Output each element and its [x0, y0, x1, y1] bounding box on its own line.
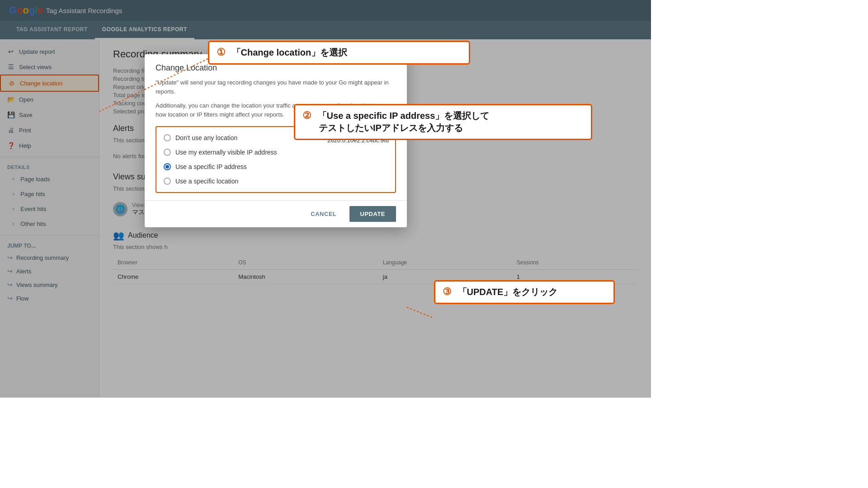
annotation-3: ③ 「UPDATE」をクリック: [434, 280, 615, 304]
annotation-2-text2: テストしたいIPアドレスを入力する: [302, 122, 584, 134]
dialog-desc1: "Update" will send your tag recording ch…: [156, 78, 396, 96]
cancel-button[interactable]: CANCEL: [305, 207, 342, 221]
dialog-footer: CANCEL UPDATE: [145, 200, 407, 227]
radio-specific-ip[interactable]: [164, 163, 171, 170]
update-button[interactable]: UPDATE: [349, 206, 396, 222]
radio-no-location[interactable]: [164, 134, 171, 141]
annotation-2-text: ② 「Use a specific IP address」を選択して: [302, 110, 584, 122]
change-location-dialog: Change Location "Update" will send your …: [145, 54, 407, 227]
annotation-3-text: ③ 「UPDATE」をクリック: [443, 286, 606, 298]
radio-visible-ip[interactable]: [164, 149, 171, 156]
radio-specific-location[interactable]: [164, 178, 171, 185]
option-specific-ip[interactable]: Use a specific IP address: [156, 160, 395, 174]
annotation-2: ② 「Use a specific IP address」を選択して テストした…: [294, 104, 592, 140]
option-specific-location[interactable]: Use a specific location: [156, 174, 395, 188]
annotation-1-text: ① 「Change location」を選択: [217, 47, 462, 59]
option-visible-ip[interactable]: Use my externally visible IP address: [156, 145, 395, 160]
annotation-1: ① 「Change location」を選択: [208, 41, 470, 65]
